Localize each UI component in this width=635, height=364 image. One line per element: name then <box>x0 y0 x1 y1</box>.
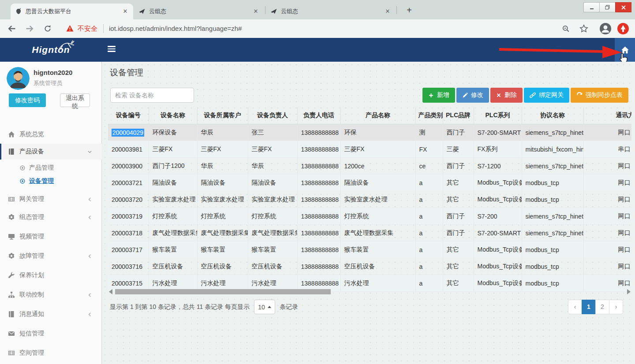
restore-button[interactable] <box>599 2 616 12</box>
browser-tabstrip: 思普云大数据平台 ✕ 云组态 ✕ 云组态 ✕ + <box>0 0 635 19</box>
table-row[interactable]: 200003720 实验室废水处理 实验室废水处理 实验室废水处理 138888… <box>108 191 631 208</box>
search-input[interactable] <box>110 88 194 103</box>
minimize-button[interactable] <box>583 2 600 12</box>
table-row[interactable]: 200003716 空压机设备 空压机设备 空压机设备 13888888888 … <box>108 258 631 275</box>
table-row[interactable]: 200003721 隔油设备 隔油设备 隔油设备 13888888888 隔油设… <box>108 175 631 191</box>
circle-dot-icon <box>19 165 26 171</box>
reload-icon[interactable] <box>44 25 52 33</box>
sidebar-item-maintenance-plan[interactable]: 保养计划 <box>0 267 102 284</box>
url-text[interactable]: iot.idosp.net/admin/index.html?language=… <box>109 19 242 38</box>
column-header[interactable]: 负责人电话 <box>297 107 340 124</box>
column-header[interactable]: PLC系列 <box>474 107 522 124</box>
column-header[interactable]: 通讯方式 <box>583 107 631 124</box>
column-header[interactable]: 设备名称 <box>149 107 197 124</box>
force-sync-button[interactable]: 强制同步点表 <box>571 88 628 103</box>
cell: siemens_s7tcp_hinet <box>522 158 583 175</box>
edit-button[interactable]: 修改 <box>456 88 489 103</box>
change-password-button[interactable]: 修改密码 <box>9 93 46 107</box>
cell: a <box>415 175 443 191</box>
bigdata-home-button[interactable] <box>615 38 635 62</box>
table-row[interactable]: 200003717 猴车装置 猴车装置 猴车装置 13888888888 猴车装… <box>108 241 631 258</box>
tab-separator <box>265 6 265 14</box>
add-button[interactable]: 新增 <box>422 88 455 103</box>
column-header[interactable]: 协议名称 <box>522 107 583 124</box>
new-tab-button[interactable]: + <box>404 5 415 16</box>
column-header[interactable]: 设备编号 <box>108 107 149 124</box>
security-label[interactable]: 不安全 <box>78 19 97 38</box>
sidebar-item-fault-management[interactable]: 故障管理 <box>0 247 102 265</box>
tab-close-icon[interactable]: ✕ <box>252 8 259 15</box>
cell: S7-1200 <box>474 158 522 175</box>
sidebar-item-sms-management[interactable]: 短信管理 <box>0 325 102 342</box>
sidebar-subitem-device-management[interactable]: 设备管理 <box>0 175 102 188</box>
sidebar-item-space-management[interactable]: 空间管理 <box>0 344 102 362</box>
insecure-warning-icon[interactable] <box>66 25 74 32</box>
cell: 隔油设备 <box>340 175 415 191</box>
column-header[interactable]: 产品名称 <box>340 107 415 124</box>
sidebar-item-system-overview[interactable]: 系统总览 <box>0 126 102 143</box>
browser-tab-active[interactable]: 思普云大数据平台 ✕ <box>11 4 133 19</box>
tab-title: 云组态 <box>149 7 249 15</box>
prev-page-button[interactable]: ‹ <box>568 300 582 314</box>
cell: 200003721 <box>108 175 149 191</box>
cell: 其它 <box>443 241 474 258</box>
cell: 网口 <box>583 241 631 258</box>
column-header[interactable]: 设备负责人 <box>248 107 297 124</box>
cell: 200003718 <box>108 225 149 241</box>
bind-gateway-button[interactable]: 绑定网关 <box>524 88 569 103</box>
sidebar-item-linkage-control[interactable]: 联动控制 <box>0 286 102 304</box>
delete-button[interactable]: 删除 <box>490 88 523 103</box>
column-header[interactable]: 产品类别 <box>415 107 443 124</box>
logout-button[interactable]: 退出系统 <box>60 93 90 107</box>
table-row[interactable]: 200003900 西门子1200 华辰 华辰 13888888888 1200… <box>108 158 631 175</box>
forward-icon[interactable] <box>25 24 34 33</box>
next-page-button[interactable]: › <box>609 300 623 314</box>
table-row[interactable]: 200003719 灯控系统 灯控系统 灯控系统 13888888888 灯控系… <box>108 208 631 225</box>
sidebar-item-product-device[interactable]: 产品设备 <box>0 144 102 160</box>
page-title: 设备管理 <box>110 67 143 78</box>
cell: 网口 <box>583 191 631 208</box>
sidebar-item-message-notification[interactable]: 消息通知 <box>0 305 102 323</box>
scroll-right-arrow-icon[interactable] <box>627 289 631 294</box>
browser-tab[interactable]: 云组态 ✕ <box>266 4 396 19</box>
table-row[interactable]: 200003718 废气处理数据采集 废气处理数据采集 废气处理数据采集 138… <box>108 225 631 241</box>
user-avatar[interactable] <box>7 67 30 90</box>
page-size-dropdown[interactable]: 10 <box>254 300 275 314</box>
cell: 废气处理数据采集 <box>248 225 297 241</box>
sidebar-item-video-management[interactable]: 视频管理 <box>0 228 102 245</box>
back-icon[interactable] <box>7 24 17 33</box>
bookmark-star-icon[interactable] <box>579 24 588 33</box>
cell: 实验室废水处理 <box>149 191 197 208</box>
browser-logo-icon[interactable] <box>617 23 629 34</box>
page-button-2[interactable]: 2 <box>595 300 609 314</box>
column-header[interactable]: PLC品牌 <box>443 107 474 124</box>
cell: 200003981 <box>108 141 149 158</box>
cell: FX系列 <box>474 141 522 158</box>
sidebar-toggle-icon[interactable] <box>108 46 116 53</box>
table-row[interactable]: 200004029 环保设备 华辰 张三 13888888888 环保 测 西门… <box>108 124 631 141</box>
cell: 三菱FX <box>149 141 197 158</box>
cell: siemens_s7tcp_hinet <box>522 225 583 241</box>
page-button-1[interactable]: 1 <box>582 300 596 314</box>
cell: 三菱FX <box>340 141 415 158</box>
sidebar-item-configuration-management[interactable]: 组态管理 <box>0 208 102 226</box>
column-header[interactable]: 设备所属客户 <box>197 107 248 124</box>
close-button[interactable] <box>615 2 631 12</box>
tab-separator <box>396 6 397 14</box>
cell: 网口 <box>583 258 631 275</box>
sidebar-item-gateway-management[interactable]: 网关管理 <box>0 190 102 208</box>
table-row[interactable]: 200003981 三菱FX 三菱FX 三菱FX 13888888888 三菱F… <box>108 141 631 158</box>
zoom-icon[interactable] <box>562 25 570 33</box>
tab-close-icon[interactable]: ✕ <box>384 8 391 15</box>
scroll-left-arrow-icon[interactable] <box>109 289 112 294</box>
horizontal-scrollbar[interactable] <box>108 289 631 295</box>
scrollbar-thumb[interactable] <box>115 289 331 294</box>
tab-title: 云组态 <box>281 7 381 15</box>
caret-up-icon <box>268 306 271 308</box>
chevron-left-icon <box>87 312 92 317</box>
book-icon <box>8 311 15 318</box>
browser-tab[interactable]: 云组态 ✕ <box>134 4 264 19</box>
browser-profile-icon[interactable] <box>600 23 611 34</box>
tab-close-icon[interactable]: ✕ <box>122 8 129 15</box>
sidebar-subitem-product-management[interactable]: 产品管理 <box>0 161 102 175</box>
